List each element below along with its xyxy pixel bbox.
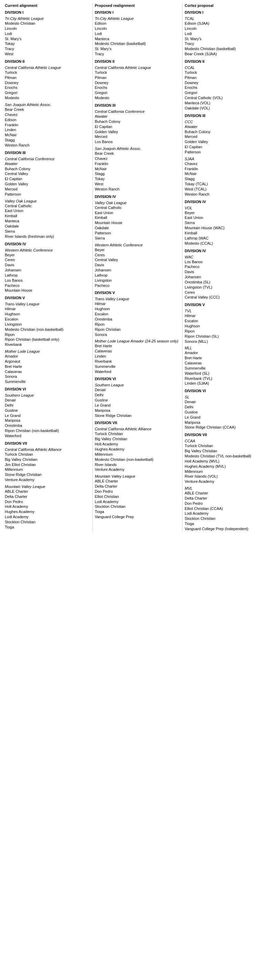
division-label-0-2: DIVISION III: [5, 151, 90, 155]
list-item: Weston Ranch: [5, 143, 90, 148]
league-label-2-2-0: CCC: [185, 120, 270, 124]
list-item: River Islands: [95, 462, 181, 467]
list-item: Mariposa: [185, 420, 270, 425]
list-item: Davis: [185, 269, 270, 275]
list-item: Franklin: [5, 123, 90, 128]
list-item: Patterson: [5, 192, 90, 197]
list-item: Chavez: [5, 112, 90, 117]
list-item: Tracy: [95, 51, 181, 57]
list-item: Gregori: [5, 90, 90, 95]
list-item: Waterford: [5, 433, 90, 439]
list-item: West: [5, 51, 90, 57]
division-label-2-7: DIVISION VII: [185, 433, 270, 437]
list-item: Oakdale (VOL): [185, 106, 270, 111]
list-item: Bret Harte: [95, 344, 181, 348]
list-item: El Capitan: [95, 124, 181, 129]
list-item: Enochs: [5, 85, 90, 90]
list-item: Summerville: [95, 364, 181, 369]
league-label-1-4-1: Mother Lode League Amador (24-25 season …: [95, 339, 181, 343]
list-item: Delhi: [95, 393, 181, 398]
league-label-2-0-0: TCAL: [185, 16, 270, 21]
list-item: Stockton Christian: [185, 516, 270, 521]
division-label-0-0: DIVISION I: [5, 10, 90, 14]
list-item: Pacheco: [95, 283, 181, 288]
list-item: Stone Ridge Christian (CCAA): [185, 425, 270, 430]
division-label-2-5: DIVISION V: [185, 303, 270, 307]
division-label-0-4: DIVISION V: [5, 296, 90, 300]
list-item: McNair: [185, 171, 270, 177]
list-item: Stagg: [185, 177, 270, 181]
list-item: Ripon: [185, 329, 270, 334]
league-label-1-2-0: Central California Conference: [95, 110, 181, 114]
list-item: Turlock Christian: [5, 452, 90, 457]
list-item: Stockton Christian: [95, 504, 181, 509]
list-item: Vanguard College Prep: [95, 514, 181, 520]
league-label-0-4-0: Trans-Valley League: [5, 302, 90, 306]
division-label-2-0: DIVISION I: [185, 10, 270, 14]
list-item: Davis: [95, 262, 181, 268]
list-item: Lincoln: [95, 26, 181, 31]
list-item: Turlock: [95, 70, 181, 75]
list-item: Edison: [5, 117, 90, 123]
list-item: Livingston (TVL): [185, 285, 270, 290]
list-item: Downey: [185, 80, 270, 86]
list-item: Gustine: [185, 410, 270, 415]
page: Current alignmentDIVISION ITri-City Athl…: [0, 0, 275, 535]
list-item: Calaveras: [5, 369, 90, 374]
league-label-1-0-0: Tri-City Athletic League: [95, 16, 181, 21]
col-header-0: Current alignment: [5, 3, 90, 8]
list-item: Turlock Christian: [95, 431, 181, 436]
division-label-0-1: DIVISION II: [5, 59, 90, 64]
league-label-0-2-1: Valley Oak League: [5, 199, 90, 203]
league-label-0-3-0: Western Athletic Conference: [5, 248, 90, 252]
list-item: Delta Charter: [5, 494, 90, 499]
list-item: Modesto: [5, 95, 90, 100]
list-item: Holt Academy: [95, 442, 181, 447]
list-item: Buhach Colony: [5, 166, 90, 172]
list-item: Patterson: [95, 231, 181, 236]
list-item: ABLE Charter: [5, 489, 90, 494]
list-item: West: [95, 181, 181, 187]
list-item: Stockton Christian: [5, 520, 90, 525]
list-item: Amador: [5, 354, 90, 359]
column-0: Current alignmentDIVISION ITri-City Athl…: [3, 3, 93, 531]
list-item: Holt Academy: [5, 504, 90, 509]
list-item: Ripon: [95, 322, 181, 327]
list-item: Lathrop: [5, 273, 90, 278]
list-item: River Islands (freshman only): [5, 234, 90, 239]
list-item: Orestimba (SL): [185, 280, 270, 285]
list-item: Beyer: [5, 253, 90, 258]
list-item: River Islands (VOL): [185, 474, 270, 479]
list-item: Central Catholic: [5, 204, 90, 208]
list-item: Escalon: [95, 312, 181, 317]
league-label-1-2-1: San Joaquin Athletic Assoc.: [95, 146, 181, 151]
division-label-0-6: DIVISION VII: [5, 441, 90, 445]
list-item: Tioga: [5, 525, 90, 530]
list-item: Ripon Christian (non-basketball): [5, 428, 90, 433]
list-item: Davis: [5, 262, 90, 268]
list-item: Don Pedro: [185, 501, 270, 506]
list-item: Bret Harte: [5, 364, 90, 369]
list-item: West (TCAL): [185, 187, 270, 192]
list-item: Modesto Christian (basketball): [185, 46, 270, 51]
col-header-2: Cortez proposal: [185, 3, 270, 8]
list-item: Pacheco: [5, 283, 90, 288]
list-item: St. Mary's: [5, 37, 90, 41]
list-item: Ripon Christian (basketball only): [5, 337, 90, 342]
list-item: Orestimba: [5, 423, 90, 428]
list-item: Lodi: [5, 31, 90, 37]
list-item: Tokay (TCAL): [185, 181, 270, 187]
list-item: ABLE Charter: [185, 491, 270, 496]
list-item: Vanguard College Prep (Independent): [185, 527, 270, 531]
list-item: Delta Charter: [95, 484, 181, 489]
list-item: Sierra: [5, 229, 90, 234]
list-item: Beyer: [95, 247, 181, 253]
list-item: Calaveras: [185, 361, 270, 366]
list-item: Chavez: [185, 161, 270, 166]
league-label-2-6-0: SL: [185, 395, 270, 399]
league-label-2-4-0: WAC: [185, 255, 270, 259]
list-item: Livingston: [95, 278, 181, 283]
list-item: Mountain House: [95, 220, 181, 226]
league-label-2-1-0: CCAL: [185, 65, 270, 70]
division-label-1-1: DIVISION II: [95, 59, 181, 64]
